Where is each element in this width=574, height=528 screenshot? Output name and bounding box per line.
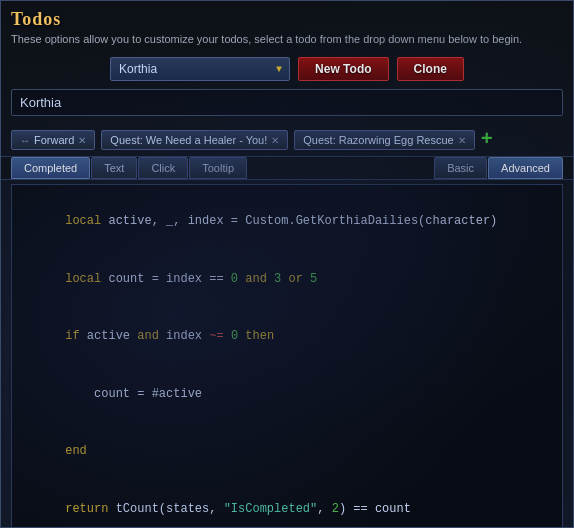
chain-forward-icon: ↔ bbox=[20, 135, 30, 146]
chain-egg-close: ✕ bbox=[458, 135, 466, 146]
code-editor: local active, _, index = Custom.GetKorth… bbox=[11, 184, 563, 528]
code-line-3: if active and index ~= 0 then bbox=[22, 308, 552, 366]
title-bar: Todos These options allow you to customi… bbox=[1, 1, 573, 49]
app-title: Todos bbox=[11, 9, 563, 30]
chain-forward-label: Forward bbox=[34, 134, 74, 146]
tab-tooltip[interactable]: Tooltip bbox=[189, 157, 247, 179]
code-line-4: count = #active bbox=[22, 366, 552, 424]
code-line-5: end bbox=[22, 423, 552, 481]
tab-click[interactable]: Click bbox=[138, 157, 188, 179]
todo-dropdown[interactable]: Korthia bbox=[110, 57, 290, 81]
chain-item-forward[interactable]: ↔ Forward ✕ bbox=[11, 130, 95, 150]
name-input[interactable] bbox=[11, 89, 563, 116]
chain-item-healer[interactable]: Quest: We Need a Healer - You! ✕ bbox=[101, 130, 288, 150]
code-line-1: local active, _, index = Custom.GetKorth… bbox=[22, 193, 552, 251]
chain-healer-close: ✕ bbox=[271, 135, 279, 146]
chain-forward-close: ✕ bbox=[78, 135, 86, 146]
tab-text[interactable]: Text bbox=[91, 157, 137, 179]
sub-tabs: Completed Text Click Tooltip bbox=[11, 157, 432, 179]
main-window: Todos These options allow you to customi… bbox=[0, 0, 574, 528]
new-todo-button[interactable]: New Todo bbox=[298, 57, 388, 81]
app-subtitle: These options allow you to customize you… bbox=[11, 33, 563, 45]
tabs-row: Completed Text Click Tooltip Basic Advan… bbox=[1, 156, 573, 180]
controls-row: Korthia New Todo Clone bbox=[1, 49, 573, 89]
tab-basic[interactable]: Basic bbox=[434, 157, 487, 179]
chain-healer-label: Quest: We Need a Healer - You! bbox=[110, 134, 267, 146]
code-line-2: local count = index == 0 and 3 or 5 bbox=[22, 251, 552, 309]
clone-button[interactable]: Clone bbox=[397, 57, 464, 81]
name-input-row bbox=[1, 89, 573, 124]
chain-item-egg[interactable]: Quest: Razorwing Egg Rescue ✕ bbox=[294, 130, 474, 150]
code-line-6: return tCount(states, "IsCompleted", 2) … bbox=[22, 481, 552, 528]
todo-dropdown-wrapper: Korthia bbox=[110, 57, 290, 81]
chain-add-button[interactable]: + bbox=[481, 130, 493, 150]
chain-egg-label: Quest: Razorwing Egg Rescue bbox=[303, 134, 453, 146]
right-tabs: Basic Advanced bbox=[434, 157, 563, 179]
tab-advanced[interactable]: Advanced bbox=[488, 157, 563, 179]
chain-row: ↔ Forward ✕ Quest: We Need a Healer - Yo… bbox=[1, 124, 573, 156]
tab-completed[interactable]: Completed bbox=[11, 157, 90, 179]
